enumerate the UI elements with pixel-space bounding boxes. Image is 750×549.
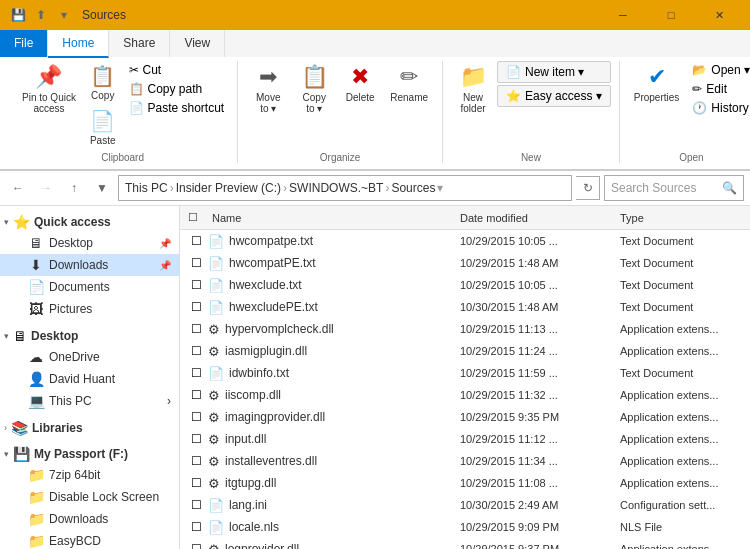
history-button[interactable]: 🕐 History	[687, 99, 750, 117]
new-item-button[interactable]: 📄 New item ▾	[497, 61, 611, 83]
sidebar-item-downloads2[interactable]: 📁 Downloads	[0, 508, 179, 530]
file-name-text: itgtupg.dll	[225, 476, 276, 490]
table-row[interactable]: ☐ ⚙input.dll 10/29/2015 11:12 ... Applic…	[180, 428, 750, 450]
sidebar-item-desktop[interactable]: 🖥 Desktop 📌	[0, 232, 179, 254]
easy-access-button[interactable]: ⭐ Easy access ▾	[497, 85, 611, 107]
sidebar-item-documents[interactable]: 📄 Documents	[0, 276, 179, 298]
file-icon: ⚙	[208, 322, 220, 337]
search-icon: 🔍	[722, 181, 737, 195]
tab-view[interactable]: View	[170, 30, 225, 57]
move-to-button[interactable]: ➡ Moveto ▾	[246, 61, 290, 117]
table-row[interactable]: ☐ ⚙logprovider.dll 10/29/2015 9:37 PM Ap…	[180, 538, 750, 549]
table-row[interactable]: ☐ ⚙itgtupg.dll 10/29/2015 11:08 ... Appl…	[180, 472, 750, 494]
table-row[interactable]: ☐ 📄hwcompatpe.txt 10/29/2015 10:05 ... T…	[180, 230, 750, 252]
refresh-button[interactable]: ↻	[576, 176, 600, 200]
sidebar-item-david[interactable]: 👤 David Huant	[0, 368, 179, 390]
sidebar-item-7zip[interactable]: 📁 7zip 64bit	[0, 464, 179, 486]
quick-access-save[interactable]: 💾	[8, 5, 28, 25]
tab-file[interactable]: File	[0, 30, 48, 57]
row-checkbox[interactable]: ☐	[184, 454, 208, 468]
row-checkbox[interactable]: ☐	[184, 520, 208, 534]
minimize-button[interactable]: ─	[600, 0, 646, 30]
organize-buttons: ➡ Moveto ▾ 📋 Copyto ▾ ✖ Delete ✏ Rename	[246, 61, 434, 149]
pin-to-quick-access-button[interactable]: 📌 Pin to Quickaccess	[16, 61, 82, 117]
downloads-pin: 📌	[159, 260, 171, 271]
table-row[interactable]: ☐ 📄idwbinfo.txt 10/29/2015 11:59 ... Tex…	[180, 362, 750, 384]
close-button[interactable]: ✕	[696, 0, 742, 30]
delete-button[interactable]: ✖ Delete	[338, 61, 382, 106]
col-date[interactable]: Date modified	[456, 212, 616, 224]
table-row[interactable]: ☐ ⚙installeventres.dll 10/29/2015 11:34 …	[180, 450, 750, 472]
breadcrumb-swindows[interactable]: SWINDOWS.~BT	[289, 181, 383, 195]
recent-locations-button[interactable]: ▼	[90, 176, 114, 200]
paste-shortcut-button[interactable]: 📄 Paste shortcut	[124, 99, 230, 117]
sidebar-item-onedrive[interactable]: ☁ OneDrive	[0, 346, 179, 368]
forward-button[interactable]: →	[34, 176, 58, 200]
col-checkbox[interactable]: ☐	[184, 211, 208, 224]
table-row[interactable]: ☐ ⚙iasmigplugin.dll 10/29/2015 11:24 ...…	[180, 340, 750, 362]
row-checkbox[interactable]: ☐	[184, 366, 208, 380]
col-name[interactable]: Name	[208, 212, 456, 224]
disablelockscreen-icon: 📁	[28, 489, 44, 505]
breadcrumb-sources[interactable]: Sources	[391, 181, 435, 195]
row-checkbox[interactable]: ☐	[184, 234, 208, 248]
sidebar-item-thispc[interactable]: 💻 This PC ›	[0, 390, 179, 412]
rename-button[interactable]: ✏ Rename	[384, 61, 434, 106]
row-checkbox[interactable]: ☐	[184, 278, 208, 292]
sidebar-section-mypassport[interactable]: ▾ 💾 My Passport (F:)	[0, 442, 179, 464]
table-row[interactable]: ☐ 📄hwcompatPE.txt 10/29/2015 1:48 AM Tex…	[180, 252, 750, 274]
quick-access-dropdown[interactable]: ▾	[54, 5, 74, 25]
user-icon: 👤	[28, 371, 44, 387]
row-checkbox[interactable]: ☐	[184, 322, 208, 336]
breadcrumb-thispc[interactable]: This PC	[125, 181, 168, 195]
table-row[interactable]: ☐ ⚙iiscomp.dll 10/29/2015 11:32 ... Appl…	[180, 384, 750, 406]
file-name-text: installeventres.dll	[225, 454, 317, 468]
copy-path-button[interactable]: 📋 Copy path	[124, 80, 230, 98]
breadcrumb-drive[interactable]: Insider Preview (C:)	[176, 181, 281, 195]
search-bar[interactable]: Search Sources 🔍	[604, 175, 744, 201]
maximize-button[interactable]: □	[648, 0, 694, 30]
row-checkbox[interactable]: ☐	[184, 542, 208, 549]
sidebar-item-easybcd[interactable]: 📁 EasyBCD	[0, 530, 179, 549]
file-name-text: lang.ini	[229, 498, 267, 512]
row-checkbox[interactable]: ☐	[184, 300, 208, 314]
thispc-icon: 💻	[28, 393, 44, 409]
copy-button[interactable]: 📋 Copy	[84, 61, 122, 104]
table-row[interactable]: ☐ 📄hwexcludePE.txt 10/30/2015 1:48 AM Te…	[180, 296, 750, 318]
properties-button[interactable]: ✔ Properties	[628, 61, 686, 106]
edit-button[interactable]: ✏ Edit	[687, 80, 750, 98]
new-folder-button[interactable]: 📁 Newfolder	[451, 61, 495, 117]
new-buttons: 📁 Newfolder 📄 New item ▾ ⭐ Easy access ▾	[451, 61, 611, 149]
row-checkbox[interactable]: ☐	[184, 256, 208, 270]
sidebar-section-libraries[interactable]: › 📚 Libraries	[0, 416, 179, 438]
table-row[interactable]: ☐ ⚙imagingprovider.dll 10/29/2015 9:35 P…	[180, 406, 750, 428]
edit-icon: ✏	[692, 82, 702, 96]
cut-button[interactable]: ✂ Cut	[124, 61, 230, 79]
row-checkbox[interactable]: ☐	[184, 432, 208, 446]
row-checkbox[interactable]: ☐	[184, 344, 208, 358]
sidebar-section-desktop[interactable]: ▾ 🖥 Desktop	[0, 324, 179, 346]
row-checkbox[interactable]: ☐	[184, 498, 208, 512]
table-row[interactable]: ☐ 📄lang.ini 10/30/2015 2:49 AM Configura…	[180, 494, 750, 516]
sidebar-item-disablelockscreen[interactable]: 📁 Disable Lock Screen	[0, 486, 179, 508]
tab-share[interactable]: Share	[109, 30, 170, 57]
table-row[interactable]: ☐ ⚙hypervomplcheck.dll 10/29/2015 11:13 …	[180, 318, 750, 340]
open-button[interactable]: 📂 Open ▾	[687, 61, 750, 79]
sidebar-item-downloads[interactable]: ⬇ Downloads 📌	[0, 254, 179, 276]
row-checkbox[interactable]: ☐	[184, 410, 208, 424]
mypassport-arrow: ▾	[4, 449, 9, 459]
col-type[interactable]: Type	[616, 212, 746, 224]
row-checkbox[interactable]: ☐	[184, 476, 208, 490]
sidebar-section-quick-access[interactable]: ▾ ⭐ Quick access	[0, 210, 179, 232]
table-row[interactable]: ☐ 📄locale.nls 10/29/2015 9:09 PM NLS Fil…	[180, 516, 750, 538]
up-button[interactable]: ↑	[62, 176, 86, 200]
table-row[interactable]: ☐ 📄hwexclude.txt 10/29/2015 10:05 ... Te…	[180, 274, 750, 296]
address-bar[interactable]: This PC › Insider Preview (C:) › SWINDOW…	[118, 175, 572, 201]
row-checkbox[interactable]: ☐	[184, 388, 208, 402]
sidebar-item-pictures[interactable]: 🖼 Pictures	[0, 298, 179, 320]
back-button[interactable]: ←	[6, 176, 30, 200]
quick-access-up[interactable]: ⬆	[31, 5, 51, 25]
tab-home[interactable]: Home	[48, 30, 109, 58]
copy-to-button[interactable]: 📋 Copyto ▾	[292, 61, 336, 117]
paste-button[interactable]: 📄 Paste	[84, 106, 122, 149]
